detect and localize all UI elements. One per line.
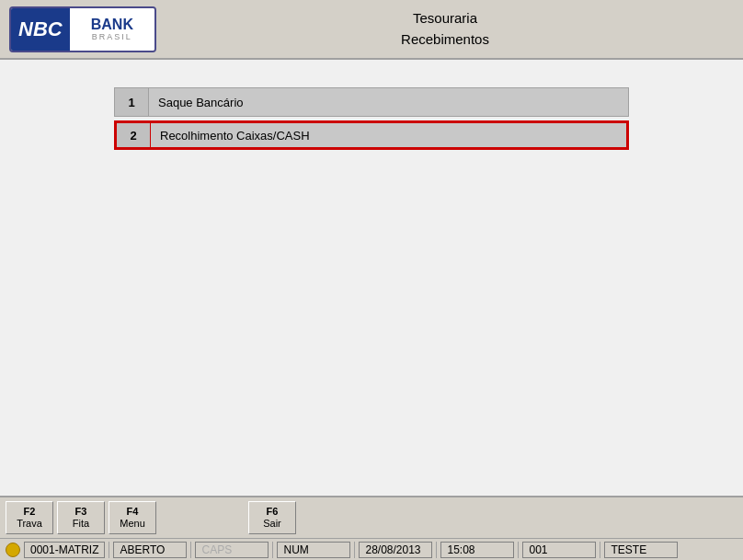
separator-7 <box>600 542 600 558</box>
menu-item-2-number: 2 <box>116 122 151 148</box>
menu-item-2[interactable]: 2 Recolhimento Caixas/CASH <box>114 120 629 150</box>
logo: NBC BANK BRASIL <box>9 6 156 52</box>
status-segment: ABERTO <box>113 542 187 558</box>
f6-sair-button[interactable]: F6 Sair <box>248 501 296 534</box>
menu-list: 1 Saque Bancário 2 Recolhimento Caixas/C… <box>114 87 629 150</box>
separator-6 <box>518 542 519 558</box>
separator-1 <box>109 542 109 558</box>
separator-5 <box>436 542 437 558</box>
terminal-segment: 001 <box>522 542 596 558</box>
header: NBC BANK BRASIL Tesouraria Recebimentos <box>0 0 743 60</box>
date-text: 28/08/2013 <box>365 543 420 556</box>
terminal-text: 001 <box>529 543 547 556</box>
f4-menu-button[interactable]: F4 Menu <box>109 501 156 534</box>
logo-bank-text: BANK <box>91 17 133 33</box>
user-text: TESTE <box>611 543 646 556</box>
time-text: 15:08 <box>447 543 474 556</box>
status-coin-icon <box>4 542 22 558</box>
logo-bank-brasil: BANK BRASIL <box>70 8 154 51</box>
caps-text: CAPS <box>201 543 232 556</box>
statusbar: 0001-MATRIZ ABERTO CAPS NUM 28/08/2013 1… <box>0 538 743 560</box>
f3-fita-button[interactable]: F3 Fita <box>57 501 105 534</box>
separator-4 <box>354 542 355 558</box>
toolbar: F2 Trava F3 Fita F4 Menu F6 Sair <box>0 496 743 538</box>
date-segment: 28/08/2013 <box>359 542 432 558</box>
main-content: 1 Saque Bancário 2 Recolhimento Caixas/C… <box>0 60 743 496</box>
logo-brasil-text: BRASIL <box>92 32 132 41</box>
time-segment: 15:08 <box>440 542 514 558</box>
branch-text: 0001-MATRIZ <box>30 543 98 556</box>
menu-item-1-label: Saque Bancário <box>149 87 629 117</box>
page-title: Tesouraria Recebimentos <box>156 8 734 50</box>
separator-3 <box>272 542 273 558</box>
caps-segment: CAPS <box>195 542 269 558</box>
menu-item-1-number: 1 <box>114 87 149 117</box>
f2-trava-button[interactable]: F2 Trava <box>6 501 53 534</box>
num-segment: NUM <box>277 542 350 558</box>
num-text: NUM <box>283 543 308 556</box>
branch-segment: 0001-MATRIZ <box>24 542 105 558</box>
menu-item-2-label: Recolhimento Caixas/CASH <box>151 122 627 148</box>
user-segment: TESTE <box>604 542 678 558</box>
status-text: ABERTO <box>120 543 165 556</box>
menu-item-1[interactable]: 1 Saque Bancário <box>114 87 629 117</box>
separator-2 <box>190 542 191 558</box>
logo-nbc: NBC <box>11 8 70 51</box>
